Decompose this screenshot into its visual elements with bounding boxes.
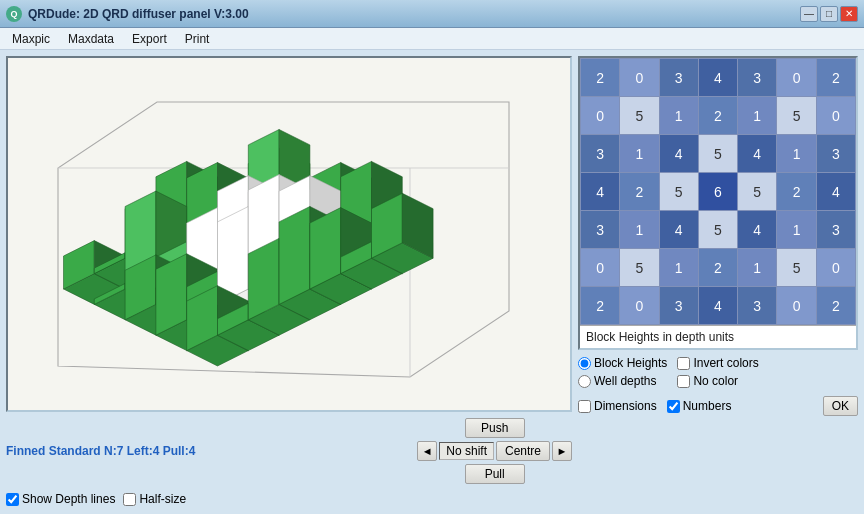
grid-cell: 4 [698,59,737,97]
half-size-label[interactable]: Half-size [123,492,186,506]
grid-cell: 4 [738,135,777,173]
window-controls: — □ ✕ [800,6,858,22]
grid-cell: 0 [620,287,659,325]
checkbox-options: Invert colors No color [677,356,758,388]
block-heights-radio[interactable] [578,357,591,370]
grid-cell: 1 [659,249,698,287]
well-depths-radio[interactable] [578,375,591,388]
grid-cell: 5 [698,211,737,249]
grid-cell: 3 [581,135,620,173]
grid-cell: 6 [698,173,737,211]
invert-colors-checkbox[interactable] [677,357,690,370]
shift-controls: ◄ No shift Centre ► [417,441,572,461]
numbers-checkbox[interactable] [667,400,680,413]
show-depth-lines-text: Show Depth lines [22,492,115,506]
dimensions-label[interactable]: Dimensions [578,399,657,413]
table-row: 4256524 [581,173,856,211]
grid-cell: 5 [620,97,659,135]
grid-caption: Block Heights in depth units [580,325,856,348]
grid-cell: 0 [777,287,816,325]
show-depth-lines-label[interactable]: Show Depth lines [6,492,115,506]
close-button[interactable]: ✕ [840,6,858,22]
grid-cell: 0 [620,59,659,97]
grid-cell: 5 [738,173,777,211]
grid-cell: 2 [816,59,855,97]
grid-cell: 4 [738,211,777,249]
well-depths-radio-text: Well depths [594,374,656,388]
grid-cell: 5 [620,249,659,287]
push-pull-controls: Push ◄ No shift Centre ► Pull [417,418,572,484]
left-panel: Finned Standard N:7 Left:4 Pull:4 Push ◄… [6,56,572,508]
block-heights-grid: 2034302051215031454134256524314541305121… [580,58,856,325]
radio-options: Block Heights Well depths [578,356,667,388]
grid-container: 2034302051215031454134256524314541305121… [578,56,858,350]
grid-cell: 2 [620,173,659,211]
right-panel: 2034302051215031454134256524314541305121… [578,56,858,508]
main-content: Finned Standard N:7 Left:4 Pull:4 Push ◄… [0,50,864,514]
pull-button[interactable]: Pull [465,464,525,484]
menu-print[interactable]: Print [177,30,218,48]
grid-cell: 5 [777,97,816,135]
grid-cell: 1 [620,211,659,249]
grid-cell: 0 [581,249,620,287]
grid-cell: 5 [777,249,816,287]
grid-cell: 3 [659,59,698,97]
grid-cell: 2 [581,287,620,325]
window-title: QRDude: 2D QRD diffuser panel V:3.00 [28,7,800,21]
shift-label: No shift [439,442,494,460]
grid-cell: 1 [738,249,777,287]
grid-cell: 4 [659,211,698,249]
show-depth-lines-checkbox[interactable] [6,493,19,506]
menu-maxdata[interactable]: Maxdata [60,30,122,48]
dimensions-checkbox[interactable] [578,400,591,413]
grid-cell: 2 [698,249,737,287]
grid-cell: 3 [816,135,855,173]
grid-cell: 0 [581,97,620,135]
no-color-checkbox[interactable] [677,375,690,388]
invert-colors-label[interactable]: Invert colors [677,356,758,370]
maximize-button[interactable]: □ [820,6,838,22]
title-bar: Q QRDude: 2D QRD diffuser panel V:3.00 —… [0,0,864,28]
grid-cell: 1 [620,135,659,173]
grid-cell: 4 [581,173,620,211]
no-color-label[interactable]: No color [677,374,758,388]
well-depths-radio-label[interactable]: Well depths [578,374,667,388]
numbers-label[interactable]: Numbers [667,399,732,413]
invert-colors-text: Invert colors [693,356,758,370]
table-row: 0512150 [581,97,856,135]
table-row: 3145413 [581,135,856,173]
grid-cell: 4 [698,287,737,325]
block-heights-radio-label[interactable]: Block Heights [578,356,667,370]
menu-maxpic[interactable]: Maxpic [4,30,58,48]
grid-cell: 1 [738,97,777,135]
menu-export[interactable]: Export [124,30,175,48]
visualization-canvas [6,56,572,412]
app-icon: Q [6,6,22,22]
block-heights-radio-text: Block Heights [594,356,667,370]
shift-left-button[interactable]: ◄ [417,441,437,461]
minimize-button[interactable]: — [800,6,818,22]
grid-cell: 1 [777,211,816,249]
grid-cell: 3 [659,287,698,325]
grid-cell: 5 [698,135,737,173]
grid-cell: 4 [816,173,855,211]
grid-cell: 5 [659,173,698,211]
grid-cell: 3 [738,287,777,325]
grid-cell: 3 [738,59,777,97]
shift-right-button[interactable]: ► [552,441,572,461]
grid-cell: 2 [777,173,816,211]
dimensions-text: Dimensions [594,399,657,413]
table-row: 3145413 [581,211,856,249]
centre-button[interactable]: Centre [496,441,550,461]
half-size-text: Half-size [139,492,186,506]
grid-cell: 2 [581,59,620,97]
half-size-checkbox[interactable] [123,493,136,506]
info-label: Finned Standard N:7 Left:4 Pull:4 [6,444,195,458]
grid-cell: 3 [581,211,620,249]
ok-button[interactable]: OK [823,396,858,416]
no-color-text: No color [693,374,738,388]
grid-cell: 2 [698,97,737,135]
grid-cell: 1 [777,135,816,173]
svg-marker-98 [279,207,310,305]
push-button[interactable]: Push [465,418,525,438]
